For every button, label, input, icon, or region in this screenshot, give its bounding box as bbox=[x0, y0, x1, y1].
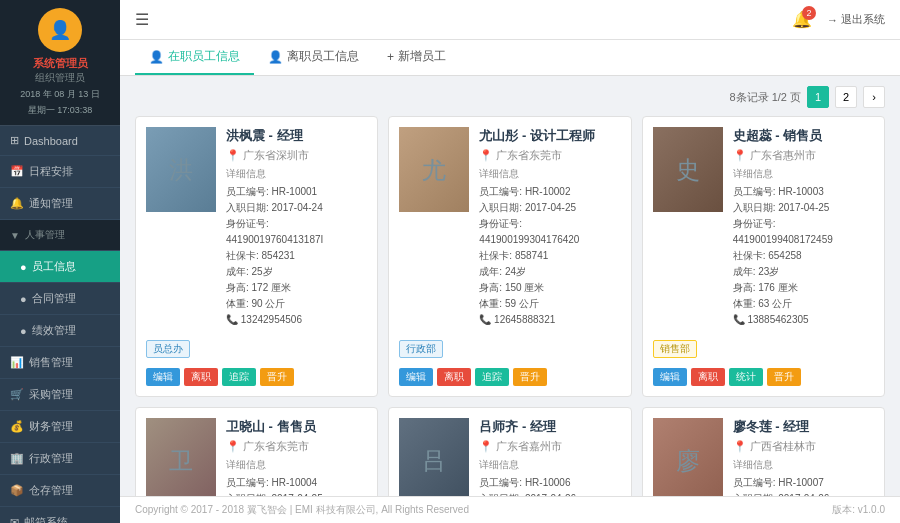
hamburger-button[interactable]: ☰ bbox=[135, 10, 149, 29]
main-content: ☰ 🔔 2 → 退出系统 👤 在职员工信息 👤 离职员工信息 + 新增员工 bbox=[120, 0, 900, 523]
card-top: 卫 卫晓山 - 售售员 📍 广东省东莞市 详细信息 员工编号: HR-10004… bbox=[146, 418, 367, 496]
track-button[interactable]: 追踪 bbox=[222, 368, 256, 386]
track-button[interactable]: 追踪 bbox=[475, 368, 509, 386]
sidebar: 👤 系统管理员 组织管理员 2018 年 08 月 13 日 星期一 17:03… bbox=[0, 0, 120, 523]
employee-detail: 员工编号: HR-10003 入职日期: 2017-04-25 身份证号: 44… bbox=[733, 184, 874, 328]
sidebar-item-sales[interactable]: 📊 销售管理 bbox=[0, 347, 120, 379]
employee-photo: 史 bbox=[653, 127, 723, 212]
employee-photo: 廖 bbox=[653, 418, 723, 496]
tab-icon: 👤 bbox=[149, 50, 164, 64]
email-icon: ✉ bbox=[10, 516, 19, 523]
page-next-btn[interactable]: › bbox=[863, 86, 885, 108]
sidebar-item-contract[interactable]: ● 合同管理 bbox=[0, 283, 120, 315]
card-top: 吕 吕师齐 - 经理 📍 广东省嘉州市 详细信息 员工编号: HR-10006 … bbox=[399, 418, 620, 496]
sidebar-label: 邮箱系统 bbox=[24, 515, 68, 523]
sidebar-item-schedule[interactable]: 📅 日程安排 bbox=[0, 156, 120, 188]
employee-title: 经理 bbox=[530, 419, 556, 434]
tab-label: 新增员工 bbox=[398, 48, 446, 65]
sidebar-item-performance[interactable]: ● 绩效管理 bbox=[0, 315, 120, 347]
tab-label: 离职员工信息 bbox=[287, 48, 359, 65]
edit-button[interactable]: 编辑 bbox=[653, 368, 687, 386]
pagination-header: 8条记录 1/2 页 1 2 › bbox=[135, 86, 885, 108]
sales-icon: 📊 bbox=[10, 356, 24, 369]
page-btn-2[interactable]: 2 bbox=[835, 86, 857, 108]
notification-bell[interactable]: 🔔 2 bbox=[792, 10, 812, 29]
employee-detail: 员工编号: HR-10006 入职日期: 2017-04-26 身份证号: 44… bbox=[479, 475, 620, 496]
sidebar-label: 人事管理 bbox=[25, 228, 65, 242]
tab-resigned-employees[interactable]: 👤 离职员工信息 bbox=[254, 40, 373, 75]
sidebar-logo: 👤 系统管理员 组织管理员 2018 年 08 月 13 日 星期一 17:03… bbox=[0, 0, 120, 126]
sidebar-label: 行政管理 bbox=[29, 451, 73, 466]
detail-label: 详细信息 bbox=[733, 458, 874, 472]
employee-card: 洪 洪枫震 - 经理 📍 广东省深圳市 详细信息 员工编号: HR-10001 … bbox=[135, 116, 378, 397]
footer: Copyright © 2017 - 2018 翼飞智会 | EMI 科技有限公… bbox=[120, 496, 900, 523]
logout-button[interactable]: → 退出系统 bbox=[827, 12, 885, 27]
employee-location: 📍 广东省深圳市 bbox=[226, 148, 367, 163]
detail-label: 详细信息 bbox=[226, 458, 367, 472]
page-btn-1[interactable]: 1 bbox=[807, 86, 829, 108]
dept-badge: 员总办 bbox=[146, 340, 190, 358]
sidebar-item-notice[interactable]: 🔔 通知管理 bbox=[0, 188, 120, 220]
sidebar-item-email[interactable]: ✉ 邮箱系统 bbox=[0, 507, 120, 523]
employee-title: 经理 bbox=[783, 419, 809, 434]
version-text: 版本: v1.0.0 bbox=[832, 503, 885, 517]
notification-badge: 2 bbox=[802, 6, 816, 20]
resign-button[interactable]: 离职 bbox=[691, 368, 725, 386]
employee-title: 销售员 bbox=[783, 128, 822, 143]
card-top: 史 史超蕊 - 销售员 📍 广东省惠州市 详细信息 员工编号: HR-10003… bbox=[653, 127, 874, 328]
sidebar-title: 系统管理员 bbox=[8, 56, 112, 71]
employees-grid: 洪 洪枫震 - 经理 📍 广东省深圳市 详细信息 员工编号: HR-10001 … bbox=[135, 116, 885, 496]
tab-label: 在职员工信息 bbox=[168, 48, 240, 65]
sidebar-subtitle: 组织管理员 bbox=[8, 71, 112, 85]
sidebar-item-admin[interactable]: 🏢 行政管理 bbox=[0, 443, 120, 475]
header-right: 🔔 2 → 退出系统 bbox=[792, 10, 885, 29]
copyright-text: Copyright © 2017 - 2018 翼飞智会 | EMI 科技有限公… bbox=[135, 503, 469, 517]
edit-button[interactable]: 编辑 bbox=[146, 368, 180, 386]
edit-button[interactable]: 编辑 bbox=[399, 368, 433, 386]
sidebar-time: 星期一 17:03:38 bbox=[8, 104, 112, 117]
content-area: 8条记录 1/2 页 1 2 › 洪 洪枫震 - 经理 📍 广东省深圳市 详细信… bbox=[120, 76, 900, 496]
card-info: 洪枫震 - 经理 📍 广东省深圳市 详细信息 员工编号: HR-10001 入职… bbox=[226, 127, 367, 328]
sidebar-item-finance[interactable]: 💰 财务管理 bbox=[0, 411, 120, 443]
tab-active-employees[interactable]: 👤 在职员工信息 bbox=[135, 40, 254, 75]
employee-location: 📍 广东省嘉州市 bbox=[479, 439, 620, 454]
employee-name: 卫晓山 - 售售员 bbox=[226, 418, 367, 436]
sidebar-label: 日程安排 bbox=[29, 164, 73, 179]
promote-button[interactable]: 晋升 bbox=[513, 368, 547, 386]
employee-title: 经理 bbox=[277, 128, 303, 143]
card-top: 洪 洪枫震 - 经理 📍 广东省深圳市 详细信息 员工编号: HR-10001 … bbox=[146, 127, 367, 328]
card-info: 廖冬莲 - 经理 📍 广西省桂林市 详细信息 员工编号: HR-10007 入职… bbox=[733, 418, 874, 496]
resign-button[interactable]: 离职 bbox=[184, 368, 218, 386]
warehouse-icon: 📦 bbox=[10, 484, 24, 497]
sidebar-label: 通知管理 bbox=[29, 196, 73, 211]
card-info: 吕师齐 - 经理 📍 广东省嘉州市 详细信息 员工编号: HR-10006 入职… bbox=[479, 418, 620, 496]
employee-card: 卫 卫晓山 - 售售员 📍 广东省东莞市 详细信息 员工编号: HR-10004… bbox=[135, 407, 378, 496]
admin-icon: 🏢 bbox=[10, 452, 24, 465]
dept-badge: 行政部 bbox=[399, 340, 443, 358]
dashboard-icon: ⊞ bbox=[10, 134, 19, 147]
avatar: 👤 bbox=[38, 8, 82, 52]
tab-icon: 👤 bbox=[268, 50, 283, 64]
card-actions: 编辑 离职 追踪 晋升 bbox=[399, 368, 620, 386]
employee-location: 📍 广西省桂林市 bbox=[733, 439, 874, 454]
sidebar-item-dashboard[interactable]: ⊞ Dashboard bbox=[0, 126, 120, 156]
sidebar-label: 绩效管理 bbox=[32, 323, 76, 338]
resign-button[interactable]: 离职 bbox=[437, 368, 471, 386]
sidebar-item-hr[interactable]: ▼ 人事管理 bbox=[0, 220, 120, 251]
sidebar-item-employee-info[interactable]: ● 员工信息 bbox=[0, 251, 120, 283]
sidebar-date: 2018 年 08 月 13 日 bbox=[8, 88, 112, 101]
tab-add-employee[interactable]: + 新增员工 bbox=[373, 40, 460, 75]
purchase-icon: 🛒 bbox=[10, 388, 24, 401]
sidebar-label: 销售管理 bbox=[29, 355, 73, 370]
add-icon: + bbox=[387, 50, 394, 64]
sidebar-item-warehouse[interactable]: 📦 仓存管理 bbox=[0, 475, 120, 507]
employee-detail: 员工编号: HR-10004 入职日期: 2017-04-25 身份证号: 44… bbox=[226, 475, 367, 496]
promote-button[interactable]: 晋升 bbox=[260, 368, 294, 386]
finance-icon: 💰 bbox=[10, 420, 24, 433]
sidebar-item-purchase[interactable]: 🛒 采购管理 bbox=[0, 379, 120, 411]
promote-button[interactable]: 晋升 bbox=[767, 368, 801, 386]
employee-detail: 员工编号: HR-10002 入职日期: 2017-04-25 身份证号: 44… bbox=[479, 184, 620, 328]
track-button[interactable]: 统计 bbox=[729, 368, 763, 386]
header-left: ☰ bbox=[135, 10, 149, 29]
employee-name: 廖冬莲 - 经理 bbox=[733, 418, 874, 436]
